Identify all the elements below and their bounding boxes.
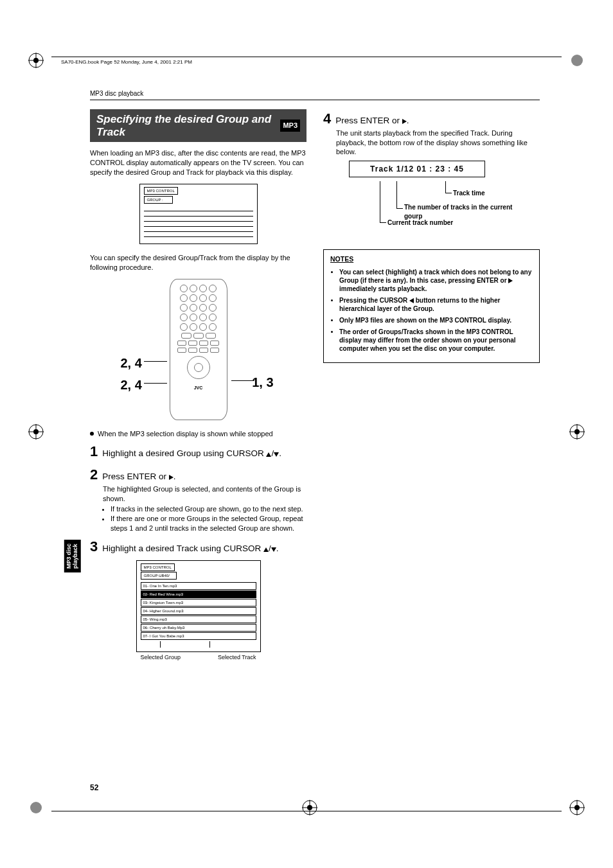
content-area: MP3 disc playback Specifying the desired… [90, 90, 540, 668]
callout-2-4a: 2, 4 [121, 355, 142, 372]
step-text: Highlight a desired Group using CURSOR /… [102, 448, 281, 458]
svg-point-4 [571, 55, 583, 66]
left-arrow-icon [409, 298, 414, 303]
track-row: 07- I Got You Babe.mp3 [141, 632, 256, 640]
caption-selected-group: Selected Group [141, 653, 181, 661]
play-arrow-icon [508, 278, 513, 283]
mp3ctrl-group: GROUP : [144, 196, 173, 204]
note-item: The order of Groups/Tracks shown in the … [339, 328, 533, 353]
notes-box: NOTES You can select (highlight) a track… [323, 249, 540, 363]
mp3-badge: MP3 [280, 120, 300, 132]
running-head: MP3 disc playback [90, 90, 540, 97]
precondition-bullet: When the MP3 selection display is shown … [90, 429, 306, 439]
step-body: The unit starts playback from the specif… [336, 128, 540, 157]
down-arrow-icon [271, 547, 276, 552]
svg-point-17 [574, 805, 580, 810]
side-tab: MP3 disc playback [64, 540, 81, 572]
step-number: 3 [90, 538, 98, 554]
track-row-selected: 02- Red Red Wine.mp3 [141, 590, 256, 598]
remote-brand: JVC [194, 385, 203, 391]
page-number: 52 [90, 783, 98, 792]
step-text: Press ENTER or . [335, 116, 409, 125]
step-number: 4 [323, 111, 331, 127]
mp3-control-display: MP3 CONTROL GROUP : [139, 184, 258, 244]
track-row: 04- Higher Ground.mp3 [141, 607, 256, 615]
display-label-current: Current track number [387, 218, 453, 227]
step-4: 4 Press ENTER or . The unit starts playb… [323, 109, 540, 157]
display-label-trackcount: The number of tracks in the current gour… [404, 203, 513, 220]
mp3ctrl-label: MP3 CONTROL [141, 563, 175, 571]
section-title-box: Specifying the desired Group and Track M… [90, 109, 306, 142]
up-arrow-icon [263, 547, 269, 552]
section-title: Specifying the desired Group and Track [96, 113, 280, 138]
track-row: 06- Cherry oh Baby.Mp3 [141, 624, 256, 632]
note-item: You can select (highlight) a track which… [339, 268, 533, 293]
mp3-control-display-tracks: MP3 CONTROL GROUP:UB40/ 01- One In Ten.m… [136, 560, 261, 653]
right-column: 4 Press ENTER or . The unit starts playb… [323, 109, 540, 668]
callout-1-3: 1, 3 [252, 374, 273, 391]
step-3: 3 Highlight a desired Track using CURSOR… [90, 537, 306, 556]
left-column: Specifying the desired Group and Track M… [90, 109, 306, 668]
step-text: Press ENTER or . [102, 472, 175, 481]
remote-illustration: 2, 4 2, 4 1, 3 [150, 279, 247, 420]
svg-point-13 [30, 802, 42, 813]
intro-paragraph-1: When loading an MP3 disc, after the disc… [90, 148, 306, 177]
regmark-icon [28, 800, 44, 815]
page: SA70-ENG.book Page 52 Monday, June 4, 20… [0, 0, 613, 868]
caption-selected-track: Selected Track [218, 653, 256, 661]
step-number: 2 [90, 466, 98, 483]
svg-point-8 [33, 429, 39, 434]
intro-paragraph-2: You can specify the desired Group/Track … [90, 253, 306, 272]
header-filename: SA70-ENG.book Page 52 Monday, June 4, 20… [61, 59, 192, 65]
regmark-icon [569, 53, 585, 68]
side-tab-line1: MP3 disc [66, 544, 72, 569]
bottom-rule [51, 811, 562, 811]
track-row: 05- Wing.mp3 [141, 616, 256, 623]
regmark-icon [569, 424, 585, 439]
step-sub-bullet: If tracks in the selected Group are show… [111, 504, 306, 514]
mp3ctrl-label: MP3 CONTROL [144, 187, 178, 195]
step-2: 2 Press ENTER or . The highlighted Group… [90, 465, 306, 533]
step-body: The highlighted Group is selected, and c… [103, 484, 306, 504]
note-item: Only MP3 files are shown on the MP3 CONT… [339, 316, 533, 324]
track-row: 01- One In Ten.mp3 [141, 582, 256, 590]
remote-control-icon: JVC [170, 279, 227, 420]
precondition-text: When the MP3 selection display is shown … [98, 429, 273, 439]
notes-heading: NOTES [330, 255, 533, 264]
bullet-icon [90, 432, 94, 436]
regmark-icon [302, 800, 317, 815]
play-arrow-icon [402, 119, 407, 124]
track-display: Track 1/12 01 : 23 : 45 [349, 161, 485, 177]
regmark-icon [28, 53, 44, 68]
display-caption-labels: Selected Group Selected Track [141, 653, 256, 661]
side-tab-line2: playback [72, 544, 78, 569]
display-label-tracktime: Track time [453, 189, 484, 198]
svg-point-12 [574, 429, 580, 434]
display-leader-lines: Track time The number of tracks in the c… [349, 181, 540, 239]
play-arrow-icon [169, 475, 173, 480]
step-number: 1 [90, 443, 98, 459]
track-row: 03- Kingston Town.mp3 [141, 599, 256, 607]
regmark-icon [569, 800, 585, 815]
step-1: 1 Highlight a desired Group using CURSOR… [90, 442, 306, 461]
step-text: Highlight a desired Track using CURSOR /… [102, 544, 278, 553]
callout-2-4b: 2, 4 [121, 376, 142, 394]
mp3ctrl-selected-group: GROUP:UB40/ [141, 572, 177, 580]
svg-point-3 [33, 58, 39, 63]
down-arrow-icon [274, 452, 279, 457]
step-sub-bullet: If there are one or more Groups in the s… [111, 514, 306, 533]
svg-point-21 [307, 805, 312, 810]
regmark-icon [28, 424, 44, 439]
head-rule [90, 100, 540, 100]
note-item: Pressing the CURSOR button returns to th… [339, 296, 533, 313]
top-rule [51, 57, 562, 57]
